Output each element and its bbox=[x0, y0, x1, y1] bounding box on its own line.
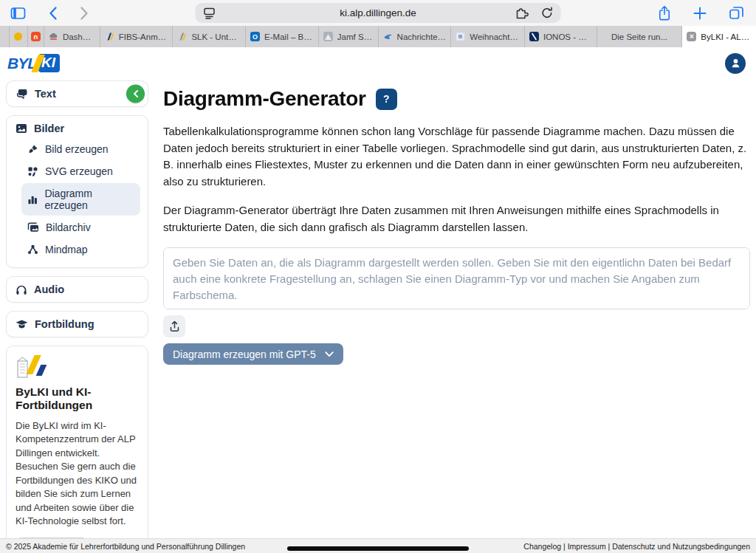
sidebar-item-label: Diagramm erzeugen bbox=[44, 188, 134, 211]
sidebar: Text Bilder Bild erzeugen bbox=[0, 79, 156, 538]
generate-diagram-label: Diagramm erzeugen mit GPT-5 bbox=[173, 348, 316, 360]
person-icon bbox=[729, 57, 742, 69]
headphones-icon bbox=[16, 284, 27, 295]
sidebar-bilder-label: Bilder bbox=[34, 123, 64, 134]
footer-links[interactable]: Changelog | Impressum | Datenschutz und … bbox=[523, 542, 750, 551]
home-indicator-bar[interactable] bbox=[287, 546, 469, 551]
mindmap-icon bbox=[27, 244, 38, 255]
sidebar-bilder-header[interactable]: Bilder bbox=[16, 123, 140, 139]
chevron-left-icon bbox=[133, 90, 139, 98]
weihnachten-favicon bbox=[456, 32, 465, 41]
tab-jamf[interactable]: Jamf School... bbox=[319, 26, 379, 47]
tab-notability[interactable]: n bbox=[28, 26, 44, 47]
tab-nachrichten[interactable]: Nachrichten... bbox=[379, 26, 452, 47]
jamf-favicon bbox=[323, 32, 333, 41]
tab-dashboard[interactable]: Dashboard bbox=[44, 26, 100, 47]
image-icon bbox=[16, 123, 27, 134]
kiko-promo-card: ByLKI und KI-Fortbildungen Die ByLKI wir… bbox=[6, 346, 148, 538]
address-bar[interactable]: ki.alp.dillingen.de bbox=[196, 3, 561, 23]
title-row: Diagramm-Generator ? bbox=[163, 87, 749, 111]
share-icon[interactable] bbox=[658, 5, 671, 21]
outlook-favicon: O bbox=[250, 32, 260, 41]
tab-die-seite[interactable]: Die Seite run... bbox=[597, 26, 683, 47]
bylki-logo[interactable]: BYL KI bbox=[7, 54, 60, 72]
sidebar-item-label: Bildarchiv bbox=[46, 221, 91, 233]
safari-window: ki.alp.dillingen.de bbox=[0, 0, 756, 553]
sidebar-section-audio[interactable]: Audio bbox=[6, 276, 148, 303]
tab-pinned-yellow[interactable] bbox=[10, 26, 28, 47]
sidebar-item-bildarchiv[interactable]: Bildarchiv bbox=[21, 217, 140, 238]
upload-icon bbox=[169, 320, 180, 332]
tab-fibs[interactable]: FIBS-Anmel... bbox=[100, 26, 173, 47]
page-footer: © 2025 Akademie für Lehrerfortbildung un… bbox=[0, 538, 756, 553]
collapse-sidebar-button[interactable] bbox=[126, 85, 145, 103]
reload-icon[interactable] bbox=[541, 7, 554, 19]
tab-bylki-active[interactable]: × ByLKI - ALP... bbox=[682, 26, 756, 47]
back-icon[interactable] bbox=[48, 6, 58, 21]
toolbar-right-group bbox=[658, 0, 744, 26]
alp-blue-stripe bbox=[36, 365, 47, 376]
url-text: ki.alp.dillingen.de bbox=[196, 7, 561, 18]
help-button[interactable]: ? bbox=[376, 89, 397, 110]
tab-slk[interactable]: SLK - Unterr... bbox=[173, 26, 246, 47]
chat-icon bbox=[16, 89, 28, 100]
extensions-icon[interactable] bbox=[515, 7, 529, 19]
sidebar-text-label: Text bbox=[35, 88, 56, 100]
sidebar-section-text[interactable]: Text bbox=[6, 80, 148, 107]
alp-logo bbox=[16, 355, 54, 379]
messages-favicon bbox=[383, 32, 393, 41]
new-tab-plus-icon[interactable] bbox=[693, 7, 707, 20]
bar-chart-icon bbox=[27, 194, 38, 205]
toolbar-left-group bbox=[10, 6, 89, 21]
content-area: Text Bilder Bild erzeugen bbox=[0, 79, 756, 538]
tab-weihnachten[interactable]: Weihnachte... bbox=[451, 26, 525, 47]
paintbrush-icon bbox=[27, 144, 38, 155]
yellow-dot-favicon bbox=[14, 32, 22, 41]
mebis-cloud-favicon bbox=[49, 32, 58, 41]
page-title: Diagramm-Generator bbox=[163, 87, 366, 111]
sidebar-toggle-icon[interactable] bbox=[10, 6, 26, 21]
sidebar-item-diagramm-erzeugen[interactable]: Diagramm erzeugen bbox=[21, 183, 140, 216]
kiko-promo-title: ByLKI und KI-Fortbildungen bbox=[16, 385, 139, 412]
intro-paragraph-2: Der Diagramm-Generator überträgt Ihre Da… bbox=[163, 202, 749, 236]
notability-favicon: n bbox=[31, 32, 41, 41]
tab-bar: n Dashboard FIBS-Anmel... SLK - Unterr..… bbox=[0, 26, 756, 47]
sidebar-fortbildung-label: Fortbildung bbox=[35, 318, 94, 330]
tab-ionos[interactable]: IONOS - Digi... bbox=[525, 26, 597, 47]
sidebar-item-bild-erzeugen[interactable]: Bild erzeugen bbox=[21, 139, 140, 159]
sidebar-audio-label: Audio bbox=[34, 284, 64, 295]
browser-toolbar: ki.alp.dillingen.de bbox=[0, 0, 756, 26]
fibs-favicon bbox=[105, 32, 114, 41]
sidebar-item-mindmap[interactable]: Mindmap bbox=[21, 239, 140, 260]
bilder-sub-list: Bild erzeugen SVG erzeugen Diagramm erze… bbox=[16, 139, 140, 260]
diagram-data-input[interactable] bbox=[163, 247, 750, 309]
upload-button[interactable] bbox=[163, 315, 185, 337]
graduation-cap-icon bbox=[16, 319, 28, 330]
user-avatar[interactable] bbox=[725, 53, 746, 74]
forward-icon[interactable] bbox=[80, 6, 89, 21]
slk-favicon bbox=[177, 32, 187, 41]
sidebar-section-bilder: Bilder Bild erzeugen SVG erzeugen Diagra… bbox=[6, 115, 148, 268]
address-bar-actions bbox=[515, 7, 554, 19]
footer-copyright: © 2025 Akademie für Lehrerfortbildung un… bbox=[6, 542, 245, 551]
tab-overview-icon[interactable] bbox=[729, 6, 744, 20]
sidebar-item-label: SVG erzeugen bbox=[45, 165, 113, 177]
page-format-icon[interactable] bbox=[203, 7, 216, 20]
chevron-down-icon bbox=[325, 351, 334, 357]
photo-stack-icon bbox=[27, 222, 39, 233]
svg-shapes-icon bbox=[27, 166, 38, 177]
site-header: BYL KI bbox=[0, 47, 756, 79]
close-tab-icon[interactable]: × bbox=[687, 32, 696, 41]
tab-pinned-sliver[interactable] bbox=[0, 26, 10, 47]
main-panel: Diagramm-Generator ? Tabellenkalkulation… bbox=[156, 79, 756, 538]
tab-email[interactable]: O E-Mail – Birg... bbox=[246, 26, 319, 47]
ionos-favicon bbox=[529, 32, 539, 41]
sidebar-section-fortbildung[interactable]: Fortbildung bbox=[6, 311, 148, 337]
intro-paragraph-1: Tabellenkalkulationsprogramme können sch… bbox=[163, 123, 749, 190]
sidebar-item-label: Bild erzeugen bbox=[45, 143, 109, 155]
generate-diagram-button[interactable]: Diagramm erzeugen mit GPT-5 bbox=[163, 343, 343, 365]
sidebar-item-label: Mindmap bbox=[45, 244, 88, 255]
sidebar-item-svg-erzeugen[interactable]: SVG erzeugen bbox=[21, 161, 140, 182]
kiko-promo-text: Die ByLKI wird im KI-Kompetenzzentrum de… bbox=[16, 419, 139, 529]
